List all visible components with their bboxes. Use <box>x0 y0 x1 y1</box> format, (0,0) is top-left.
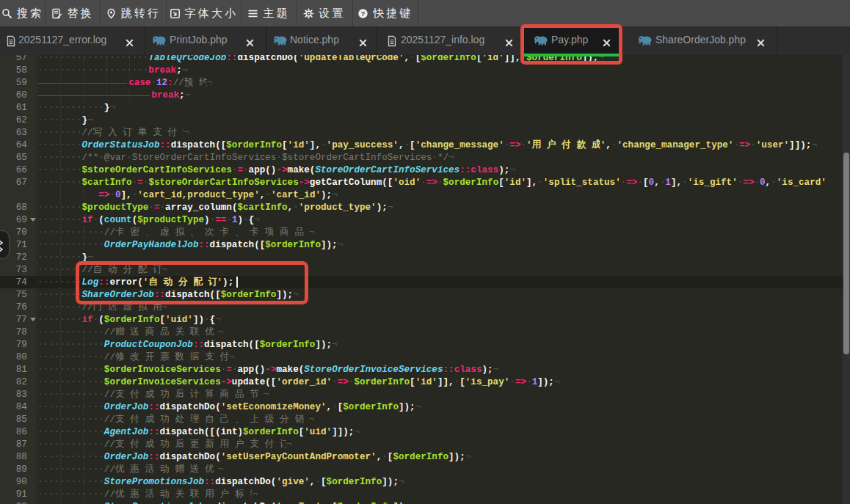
svg-text:?: ? <box>361 9 366 17</box>
